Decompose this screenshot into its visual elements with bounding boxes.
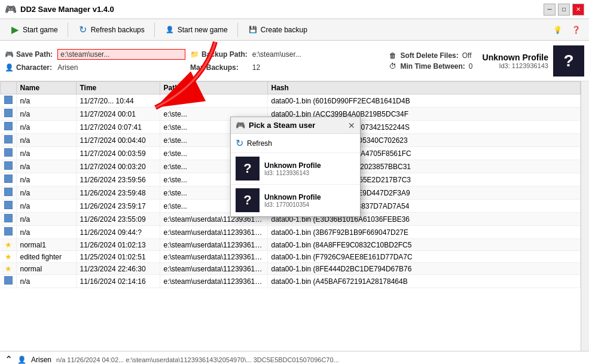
refresh-label: Refresh — [247, 139, 272, 148]
popup-user-name-2: Unknown Profile — [264, 193, 321, 201]
popup-refresh-button[interactable]: ↻ Refresh — [231, 134, 360, 153]
popup-user-name-1: Unknown Profile — [264, 161, 321, 170]
popup-user-1[interactable]: ? Unknown Profile Id3: 1123936143 — [231, 153, 360, 185]
popup-title-icon: 🎮 — [236, 121, 245, 130]
popup-user-id-1: Id3: 1123936143 — [264, 170, 321, 176]
popup-avatar-2: ? — [236, 188, 260, 212]
popup-avatar-1: ? — [236, 157, 260, 181]
popup-user-info-2: Unknown Profile Id3: 1770010354 — [264, 193, 321, 208]
popup-overlay: 🎮 Pick a Steam user ✕ ↻ Refresh ? Unknow… — [0, 0, 589, 364]
popup-user-2[interactable]: ? Unknown Profile Id3: 1770010354 — [231, 185, 360, 216]
popup-user-id-2: Id3: 1770010354 — [264, 201, 321, 208]
popup-close-button[interactable]: ✕ — [348, 121, 355, 130]
popup-title: 🎮 Pick a Steam user — [236, 121, 315, 130]
refresh-spinning-icon: ↻ — [236, 137, 243, 149]
popup-title-text: Pick a Steam user — [249, 121, 315, 130]
steam-user-picker-popup: 🎮 Pick a Steam user ✕ ↻ Refresh ? Unknow… — [230, 117, 361, 217]
popup-user-info-1: Unknown Profile Id3: 1123936143 — [264, 161, 321, 176]
popup-header: 🎮 Pick a Steam user ✕ — [231, 117, 360, 134]
